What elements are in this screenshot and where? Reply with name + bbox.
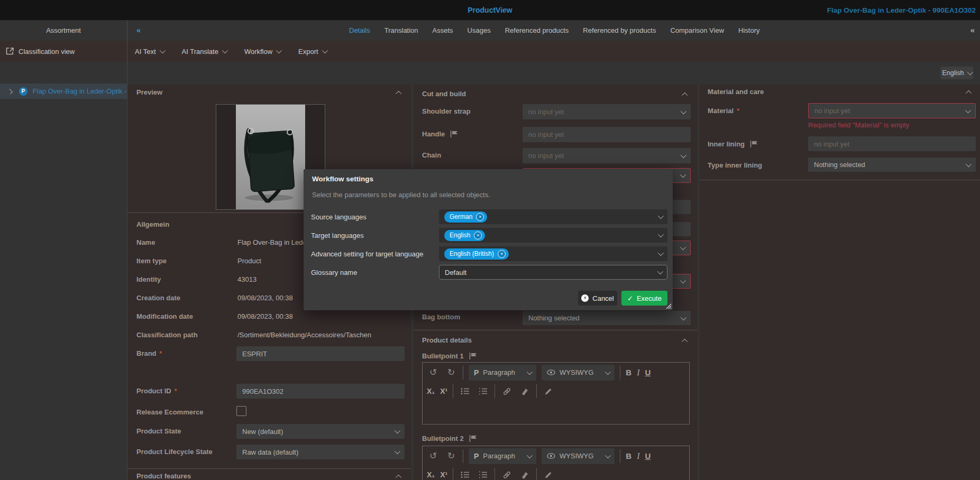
underline-button[interactable]: U (645, 451, 651, 460)
collapse-sidebar-icon[interactable]: « (136, 25, 141, 34)
chevron-down-icon (322, 48, 327, 53)
target-languages-select[interactable]: English × (439, 228, 667, 243)
handle-label: Handle (422, 130, 458, 138)
language-switcher[interactable]: English (940, 67, 973, 79)
collapse-right-icon[interactable]: « (970, 25, 975, 34)
item-type-label: Item type (136, 257, 167, 265)
inner-lining-input[interactable]: no input yet (808, 136, 976, 151)
resize-handle[interactable] (664, 302, 672, 309)
bold-button[interactable]: B (626, 451, 631, 460)
glossary-name-select[interactable]: Default (439, 265, 667, 280)
tree-item-product[interactable]: P Flap Over-Bag in Leder-Optik - 990EA1O… (0, 84, 127, 99)
wysiwyg-mode-select[interactable]: WYSIWYG (542, 365, 615, 381)
remove-chip-icon[interactable]: × (474, 232, 482, 239)
chevron-down-icon (605, 452, 611, 458)
underline-button[interactable]: U (645, 368, 651, 377)
superscript-button[interactable]: X¹ (440, 470, 447, 479)
italic-button[interactable]: I (637, 451, 639, 461)
tab-referenced-by-products[interactable]: Referenced by products (583, 26, 656, 34)
tab-translation[interactable]: Translation (384, 26, 418, 34)
handle-input[interactable]: no input yet (523, 127, 691, 142)
tab-assets[interactable]: Assets (433, 26, 453, 34)
collapse-cut-and-build-icon[interactable] (682, 93, 688, 98)
product-id-input[interactable]: 990EA1O302 (236, 384, 405, 399)
remove-chip-icon[interactable]: × (498, 250, 506, 258)
material-select[interactable]: no input yet (808, 103, 976, 118)
link-icon[interactable] (500, 468, 513, 480)
chevron-down-icon (159, 48, 165, 53)
detail-tabs: Details Translation Assets Usages Refere… (349, 20, 759, 41)
menu-workflow[interactable]: Workflow (244, 48, 280, 56)
collapse-preview-icon[interactable] (396, 91, 401, 97)
flag-icon (469, 353, 477, 359)
bag-bottom-label: Bag bottom (422, 313, 460, 321)
modal-cancel-button[interactable]: × Cancel (578, 291, 617, 306)
redo-icon[interactable]: ↻ (445, 366, 457, 379)
release-ecommerce-checkbox[interactable] (236, 406, 246, 416)
tab-usages[interactable]: Usages (468, 26, 491, 34)
tab-history[interactable]: History (738, 26, 759, 34)
bulletpoint1-editor-content[interactable] (423, 400, 689, 424)
chevron-down-icon (276, 48, 282, 53)
material-error-message: Required field "Material" is empty (808, 121, 909, 129)
italic-button[interactable]: I (637, 368, 639, 377)
menu-ai-text[interactable]: AI Text (135, 48, 164, 56)
source-languages-select[interactable]: German × (439, 209, 667, 224)
undo-icon[interactable]: ↺ (427, 366, 439, 379)
numbered-list-icon[interactable] (477, 385, 489, 398)
bag-bottom-select[interactable]: Nothing selected (523, 311, 691, 325)
paragraph-format-select[interactable]: P Paragraph (469, 365, 536, 381)
advanced-target-language-select[interactable]: English (British) × (439, 246, 667, 261)
redo-icon[interactable]: ↻ (445, 450, 457, 463)
collapse-product-details-icon[interactable] (682, 339, 688, 345)
chevron-down-icon (658, 213, 664, 219)
highlighter-icon[interactable] (518, 385, 531, 398)
product-state-select[interactable]: New (default) (236, 424, 405, 439)
top-bar: ProductView Flap Over-Bag in Leder-Optik… (0, 0, 980, 20)
tree-item-label: Flap Over-Bag in Leder-Optik - 990EA1O30… (33, 87, 127, 95)
product-lifecycle-select[interactable]: Raw data (default) (236, 445, 405, 459)
brand-input[interactable]: ESPRIT (236, 346, 405, 361)
highlighter-icon[interactable] (518, 468, 531, 480)
menu-ai-translate[interactable]: AI Translate (182, 48, 226, 56)
assortment-sidebar: P Flap Over-Bag in Leder-Optik - 990EA1O… (0, 62, 127, 480)
subscript-button[interactable]: X₁ (427, 470, 435, 479)
subscript-button[interactable]: X₁ (427, 387, 435, 395)
required-asterisk: * (175, 387, 177, 395)
tab-comparison-view[interactable]: Comparison View (670, 26, 724, 34)
shoulder-strap-select[interactable]: no input yet (523, 104, 691, 119)
collapse-product-features-icon[interactable] (396, 475, 401, 480)
product-features-section-title: Product features (136, 472, 191, 480)
action-toolbar: Classification view AI Text AI Translate… (0, 41, 980, 62)
pencil-icon[interactable] (542, 385, 555, 398)
chevron-down-icon (965, 107, 971, 113)
type-inner-lining-select[interactable]: Nothing selected (808, 158, 976, 172)
remove-chip-icon[interactable]: × (476, 213, 484, 221)
eye-icon (547, 370, 555, 375)
pencil-icon[interactable] (542, 468, 555, 480)
tab-details[interactable]: Details (349, 26, 370, 34)
expand-chevron-icon[interactable] (7, 89, 13, 94)
chain-select[interactable]: no input yet (523, 148, 691, 163)
bullet-list-icon[interactable] (459, 385, 471, 398)
numbered-list-icon[interactable] (477, 468, 489, 480)
collapse-material-care-icon[interactable] (966, 90, 972, 96)
bold-button[interactable]: B (626, 368, 631, 377)
chevron-down-icon (966, 161, 972, 167)
superscript-button[interactable]: X¹ (440, 387, 447, 395)
classification-view-button[interactable]: Classification view (5, 41, 75, 62)
bullet-list-icon[interactable] (459, 468, 471, 480)
menu-export[interactable]: Export (298, 48, 326, 56)
chevron-down-icon (681, 314, 686, 320)
tab-referenced-products[interactable]: Referenced products (505, 26, 569, 34)
product-details-section-title: Product details (422, 336, 472, 344)
section-divider (127, 468, 411, 469)
product-image (236, 105, 305, 209)
modal-execute-button[interactable]: ✓ Execute (621, 291, 667, 306)
wysiwyg-mode-select[interactable]: WYSIWYG (542, 448, 615, 464)
undo-icon[interactable]: ↺ (427, 450, 439, 463)
link-icon[interactable] (500, 385, 513, 398)
paragraph-format-select[interactable]: P Paragraph (469, 448, 536, 464)
chevron-down-icon (680, 172, 686, 178)
bulletpoint1-editor: ↺ ↻ P Paragraph WYSIWYG B (422, 362, 690, 424)
